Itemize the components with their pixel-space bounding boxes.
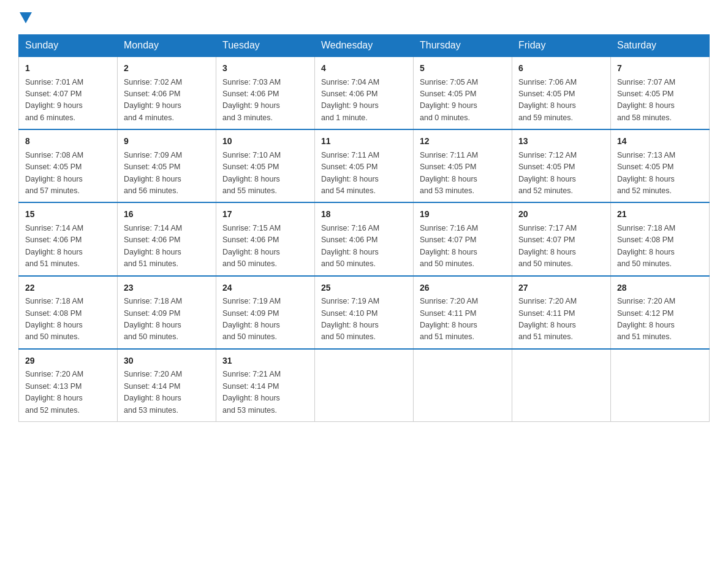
calendar-cell: 27 Sunrise: 7:20 AMSunset: 4:11 PMDaylig… xyxy=(512,276,611,349)
day-number: 6 xyxy=(518,62,604,75)
day-number: 18 xyxy=(321,208,407,221)
day-number: 27 xyxy=(518,282,604,295)
calendar-cell: 19 Sunrise: 7:16 AMSunset: 4:07 PMDaylig… xyxy=(414,202,512,275)
week-row-5: 29 Sunrise: 7:20 AMSunset: 4:13 PMDaylig… xyxy=(19,349,710,422)
day-number: 2 xyxy=(124,62,210,75)
day-info: Sunrise: 7:18 AMSunset: 4:08 PMDaylight:… xyxy=(25,297,83,341)
calendar-cell: 8 Sunrise: 7:08 AMSunset: 4:05 PMDayligh… xyxy=(19,129,118,202)
day-info: Sunrise: 7:11 AMSunset: 4:05 PMDaylight:… xyxy=(420,151,478,195)
calendar-cell: 21 Sunrise: 7:18 AMSunset: 4:08 PMDaylig… xyxy=(611,202,710,275)
day-number: 5 xyxy=(420,62,506,75)
day-number: 30 xyxy=(124,354,210,368)
calendar-cell: 15 Sunrise: 7:14 AMSunset: 4:06 PMDaylig… xyxy=(19,202,118,275)
calendar-cell: 6 Sunrise: 7:06 AMSunset: 4:05 PMDayligh… xyxy=(512,56,611,129)
calendar-cell: 10 Sunrise: 7:10 AMSunset: 4:05 PMDaylig… xyxy=(216,129,315,202)
day-info: Sunrise: 7:15 AMSunset: 4:06 PMDaylight:… xyxy=(222,224,281,268)
calendar-cell: 2 Sunrise: 7:02 AMSunset: 4:06 PMDayligh… xyxy=(118,56,216,129)
week-row-2: 8 Sunrise: 7:08 AMSunset: 4:05 PMDayligh… xyxy=(19,129,710,202)
day-number: 14 xyxy=(617,135,703,148)
week-row-3: 15 Sunrise: 7:14 AMSunset: 4:06 PMDaylig… xyxy=(19,202,710,275)
day-number: 12 xyxy=(420,135,506,148)
day-info: Sunrise: 7:18 AMSunset: 4:09 PMDaylight:… xyxy=(124,297,182,341)
day-number: 10 xyxy=(222,135,308,148)
day-number: 28 xyxy=(617,282,703,295)
day-info: Sunrise: 7:18 AMSunset: 4:08 PMDaylight:… xyxy=(617,224,675,268)
day-info: Sunrise: 7:03 AMSunset: 4:06 PMDaylight:… xyxy=(222,78,281,122)
page-header xyxy=(18,12,710,23)
day-info: Sunrise: 7:13 AMSunset: 4:05 PMDaylight:… xyxy=(617,151,675,195)
day-info: Sunrise: 7:16 AMSunset: 4:06 PMDaylight:… xyxy=(321,224,379,268)
day-info: Sunrise: 7:06 AMSunset: 4:05 PMDaylight:… xyxy=(518,78,577,122)
weekday-header-saturday: Saturday xyxy=(611,35,710,57)
day-info: Sunrise: 7:20 AMSunset: 4:14 PMDaylight:… xyxy=(124,370,182,414)
day-number: 13 xyxy=(518,135,604,148)
day-info: Sunrise: 7:01 AMSunset: 4:07 PMDaylight:… xyxy=(25,78,83,122)
day-info: Sunrise: 7:20 AMSunset: 4:11 PMDaylight:… xyxy=(420,297,478,341)
day-number: 22 xyxy=(25,282,111,295)
calendar-cell: 30 Sunrise: 7:20 AMSunset: 4:14 PMDaylig… xyxy=(118,349,216,422)
calendar-cell: 23 Sunrise: 7:18 AMSunset: 4:09 PMDaylig… xyxy=(118,276,216,349)
calendar-cell: 28 Sunrise: 7:20 AMSunset: 4:12 PMDaylig… xyxy=(611,276,710,349)
calendar-cell: 25 Sunrise: 7:19 AMSunset: 4:10 PMDaylig… xyxy=(315,276,414,349)
calendar-cell xyxy=(414,349,512,422)
weekday-header-tuesday: Tuesday xyxy=(216,35,315,57)
day-info: Sunrise: 7:12 AMSunset: 4:05 PMDaylight:… xyxy=(518,151,577,195)
day-info: Sunrise: 7:08 AMSunset: 4:05 PMDaylight:… xyxy=(25,151,83,195)
day-number: 21 xyxy=(617,208,703,221)
day-number: 26 xyxy=(420,282,506,295)
calendar-cell: 9 Sunrise: 7:09 AMSunset: 4:05 PMDayligh… xyxy=(118,129,216,202)
weekday-header-sunday: Sunday xyxy=(19,35,118,57)
week-row-4: 22 Sunrise: 7:18 AMSunset: 4:08 PMDaylig… xyxy=(19,276,710,349)
calendar-cell: 13 Sunrise: 7:12 AMSunset: 4:05 PMDaylig… xyxy=(512,129,611,202)
calendar-cell: 16 Sunrise: 7:14 AMSunset: 4:06 PMDaylig… xyxy=(118,202,216,275)
calendar-cell: 3 Sunrise: 7:03 AMSunset: 4:06 PMDayligh… xyxy=(216,56,315,129)
calendar-cell xyxy=(611,349,710,422)
day-info: Sunrise: 7:07 AMSunset: 4:05 PMDaylight:… xyxy=(617,78,675,122)
day-number: 1 xyxy=(25,62,111,75)
day-info: Sunrise: 7:16 AMSunset: 4:07 PMDaylight:… xyxy=(420,224,478,268)
day-number: 25 xyxy=(321,282,407,295)
day-number: 8 xyxy=(25,135,111,148)
calendar-cell: 24 Sunrise: 7:19 AMSunset: 4:09 PMDaylig… xyxy=(216,276,315,349)
day-info: Sunrise: 7:02 AMSunset: 4:06 PMDaylight:… xyxy=(124,78,182,122)
weekday-header-thursday: Thursday xyxy=(414,35,512,57)
day-number: 7 xyxy=(617,62,703,75)
weekday-header-wednesday: Wednesday xyxy=(315,35,414,57)
weekday-header-row: SundayMondayTuesdayWednesdayThursdayFrid… xyxy=(19,35,710,57)
calendar-cell xyxy=(315,349,414,422)
logo-triangle-icon xyxy=(20,12,32,23)
day-number: 3 xyxy=(222,62,308,75)
day-info: Sunrise: 7:19 AMSunset: 4:09 PMDaylight:… xyxy=(222,297,281,341)
weekday-header-friday: Friday xyxy=(512,35,611,57)
day-info: Sunrise: 7:20 AMSunset: 4:13 PMDaylight:… xyxy=(25,370,83,414)
calendar-cell xyxy=(512,349,611,422)
logo xyxy=(18,12,33,23)
calendar-cell: 31 Sunrise: 7:21 AMSunset: 4:14 PMDaylig… xyxy=(216,349,315,422)
day-number: 24 xyxy=(222,282,308,295)
calendar-cell: 11 Sunrise: 7:11 AMSunset: 4:05 PMDaylig… xyxy=(315,129,414,202)
calendar-cell: 20 Sunrise: 7:17 AMSunset: 4:07 PMDaylig… xyxy=(512,202,611,275)
calendar-cell: 12 Sunrise: 7:11 AMSunset: 4:05 PMDaylig… xyxy=(414,129,512,202)
day-info: Sunrise: 7:21 AMSunset: 4:14 PMDaylight:… xyxy=(222,370,281,414)
day-number: 19 xyxy=(420,208,506,221)
day-number: 23 xyxy=(124,282,210,295)
day-number: 4 xyxy=(321,62,407,75)
day-info: Sunrise: 7:09 AMSunset: 4:05 PMDaylight:… xyxy=(124,151,182,195)
calendar-cell: 4 Sunrise: 7:04 AMSunset: 4:06 PMDayligh… xyxy=(315,56,414,129)
day-info: Sunrise: 7:17 AMSunset: 4:07 PMDaylight:… xyxy=(518,224,577,268)
day-info: Sunrise: 7:05 AMSunset: 4:05 PMDaylight:… xyxy=(420,78,478,122)
day-info: Sunrise: 7:14 AMSunset: 4:06 PMDaylight:… xyxy=(124,224,182,268)
day-number: 11 xyxy=(321,135,407,148)
day-info: Sunrise: 7:10 AMSunset: 4:05 PMDaylight:… xyxy=(222,151,281,195)
calendar-cell: 14 Sunrise: 7:13 AMSunset: 4:05 PMDaylig… xyxy=(611,129,710,202)
calendar-table: SundayMondayTuesdayWednesdayThursdayFrid… xyxy=(18,34,710,422)
day-info: Sunrise: 7:14 AMSunset: 4:06 PMDaylight:… xyxy=(25,224,83,268)
calendar-cell: 18 Sunrise: 7:16 AMSunset: 4:06 PMDaylig… xyxy=(315,202,414,275)
day-number: 15 xyxy=(25,208,111,221)
week-row-1: 1 Sunrise: 7:01 AMSunset: 4:07 PMDayligh… xyxy=(19,56,710,129)
day-number: 31 xyxy=(222,354,308,368)
day-info: Sunrise: 7:20 AMSunset: 4:11 PMDaylight:… xyxy=(518,297,577,341)
day-number: 17 xyxy=(222,208,308,221)
day-number: 9 xyxy=(124,135,210,148)
calendar-cell: 22 Sunrise: 7:18 AMSunset: 4:08 PMDaylig… xyxy=(19,276,118,349)
